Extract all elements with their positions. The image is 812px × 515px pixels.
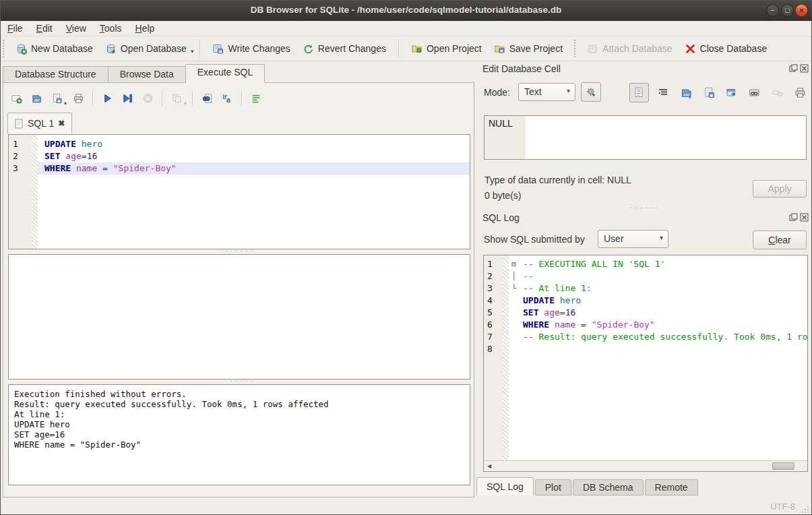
import-cell-data-button[interactable]	[678, 84, 695, 101]
cell-size-info: 0 byte(s)	[485, 190, 521, 201]
save-file-dropdown-icon[interactable]: ▾	[64, 100, 67, 107]
revert-changes-button[interactable]: Revert Changes	[296, 40, 392, 58]
right-dock-area: Edit Database Cell Mode: Text NULL Type …	[476, 61, 812, 497]
toolbar-handle[interactable]	[3, 40, 6, 57]
execute-all-button[interactable]	[98, 90, 116, 107]
code-line: 1UPDATE hero	[9, 138, 470, 150]
copy-url-button[interactable]	[746, 84, 763, 101]
print-icon	[794, 87, 806, 98]
execution-messages[interactable]: Execution finished without errors. Resul…	[8, 384, 470, 485]
open-database-icon	[105, 43, 117, 55]
export-file-icon	[704, 87, 715, 98]
tab-database-structure[interactable]: Database Structure	[3, 66, 108, 83]
results-grid[interactable]	[8, 254, 470, 380]
sql-log-pane[interactable]: 1⊟-- EXECUTING ALL IN 'SQL 1'2│--3└-- At…	[483, 255, 808, 472]
float-dock-icon[interactable]	[789, 64, 798, 73]
auto-format-button[interactable]: ba	[218, 90, 236, 107]
code-line: 2SET age=16	[9, 150, 470, 162]
float-dock-icon[interactable]	[789, 213, 798, 222]
sql-document-icon	[15, 119, 24, 129]
log-filter-label: Show SQL submitted by	[484, 234, 585, 245]
attach-database-button[interactable]: Attach Database	[581, 40, 679, 58]
play-icon	[102, 93, 113, 104]
tab-browse-data[interactable]: Browse Data	[108, 66, 185, 83]
code-line: 2│--	[484, 270, 807, 282]
word-wrap-button[interactable]	[247, 90, 265, 107]
close-sql-tab-icon[interactable]: ✖	[58, 119, 65, 128]
close-database-label: Close Database	[700, 43, 768, 54]
window-arrow-icon	[726, 87, 737, 98]
menubar: FileEditViewToolsHelp	[1, 21, 811, 36]
save-project-button[interactable]: Save Project	[488, 40, 569, 58]
cell-mode-value: Text	[524, 86, 542, 97]
open-project-icon	[411, 43, 423, 55]
export-results-button[interactable]	[168, 90, 185, 107]
scrollbar-thumb[interactable]	[772, 462, 794, 470]
save-sql-file-button[interactable]	[48, 90, 65, 107]
tab-plot[interactable]: Plot	[535, 479, 571, 495]
open-in-external-button[interactable]	[723, 84, 740, 101]
clear-log-button[interactable]: Clear	[753, 231, 807, 249]
print-sql-button[interactable]	[69, 90, 87, 107]
cell-word-wrap-button[interactable]	[655, 84, 672, 101]
text-mode-button[interactable]	[629, 83, 649, 102]
log-horizontal-scrollbar[interactable]: ◀ ▶	[484, 460, 807, 471]
menu-tools[interactable]: Tools	[93, 22, 129, 35]
execute-line-button[interactable]	[119, 90, 136, 107]
log-filter-select[interactable]: User	[598, 230, 668, 248]
find-replace-button[interactable]	[198, 90, 216, 107]
tab-execute-sql[interactable]: Execute SQL	[185, 64, 266, 83]
open-database-dropdown-icon[interactable]: ▾	[191, 48, 194, 55]
close-button[interactable]: ×	[795, 4, 808, 17]
stop-icon	[142, 93, 154, 104]
titlebar: DB Browser for SQLite - /home/user/code/…	[1, 1, 811, 21]
auto-switch-mode-button[interactable]	[581, 82, 601, 102]
set-null-button[interactable]	[769, 84, 786, 101]
tab-sql-log[interactable]: SQL Log	[476, 477, 534, 495]
maximize-button[interactable]: □	[781, 4, 794, 17]
open-sql-tab-button[interactable]	[7, 90, 25, 107]
cell-type-info: Type of data currently in cell: NULL	[485, 175, 631, 185]
save-project-label: Save Project	[509, 43, 563, 54]
close-dock-icon[interactable]	[800, 64, 809, 73]
tab-remote[interactable]: Remote	[645, 479, 698, 495]
set-null-icon	[772, 87, 783, 98]
open-project-button[interactable]: Open Project	[405, 40, 488, 58]
link-icon	[749, 87, 760, 98]
sql-toolbar-separator	[241, 91, 242, 106]
open-sql-file-button[interactable]	[28, 90, 45, 107]
tab-db-schema[interactable]: DB Schema	[573, 479, 644, 495]
sql-1-tab[interactable]: SQL 1 ✖	[7, 113, 72, 133]
menu-help[interactable]: Help	[129, 22, 162, 35]
open-database-button[interactable]: Open Database	[99, 40, 193, 58]
print-cell-button[interactable]	[792, 84, 809, 101]
cell-editor-toolbar	[629, 82, 809, 102]
dock-splitter[interactable]	[476, 207, 812, 212]
close-database-button[interactable]: Close Database	[679, 40, 774, 58]
cell-mode-select[interactable]: Text	[518, 83, 575, 101]
stop-execution-button[interactable]	[139, 90, 156, 107]
sql-tab-label: SQL 1	[28, 118, 54, 129]
code-line: 4UPDATE hero	[484, 295, 807, 307]
write-changes-label: Write Changes	[228, 43, 290, 54]
write-changes-button[interactable]: Write Changes	[206, 40, 296, 58]
apply-button[interactable]: Apply	[753, 180, 807, 198]
close-dock-icon[interactable]	[800, 213, 809, 222]
menu-edit[interactable]: Edit	[30, 22, 59, 35]
menu-view[interactable]: View	[59, 22, 93, 35]
scroll-left-icon[interactable]: ◀	[484, 461, 495, 471]
menu-file[interactable]: File	[1, 22, 30, 35]
revert-changes-icon	[303, 43, 314, 55]
resize-grip[interactable]	[801, 506, 809, 514]
new-database-button[interactable]: New Database	[9, 40, 99, 58]
main-tab-bar: Database Structure Browse Data Execute S…	[3, 64, 265, 83]
toolbar-separator	[398, 40, 399, 57]
close-database-icon	[685, 43, 696, 55]
minimize-button[interactable]: −	[766, 4, 779, 17]
toolbar-handle[interactable]	[574, 40, 577, 57]
export-cell-data-button[interactable]	[701, 84, 718, 101]
sql-toolbar: ▾ ▾ ba	[7, 87, 470, 110]
play-to-line-icon	[122, 93, 133, 104]
cell-value-editor[interactable]: NULL	[484, 115, 807, 160]
sql-editor[interactable]: 1UPDATE hero2SET age=163WHERE name = "Sp…	[8, 134, 470, 249]
